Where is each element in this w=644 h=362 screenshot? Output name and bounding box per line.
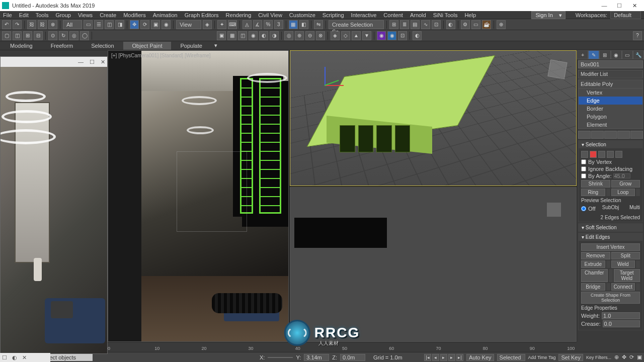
tb2-s[interactable]: ◈ bbox=[331, 31, 340, 40]
material-editor-button[interactable]: ◐ bbox=[446, 20, 455, 29]
grow-button[interactable]: Grow bbox=[611, 180, 640, 188]
menu-sini-tools[interactable]: SiNi Tools bbox=[433, 12, 458, 18]
menu-graph-editors[interactable]: Graph Editors bbox=[185, 12, 219, 18]
selection-filter-dropdown[interactable]: All bbox=[63, 20, 82, 29]
stack-vertex[interactable]: Vertex bbox=[579, 88, 642, 97]
subobj-vertex-icon[interactable] bbox=[581, 151, 588, 158]
tb2-q[interactable]: ⊖ bbox=[305, 31, 314, 40]
tb2-c[interactable]: ⊞ bbox=[23, 31, 32, 40]
menu-group[interactable]: Group bbox=[55, 12, 71, 18]
menu-scripting[interactable]: Scripting bbox=[323, 12, 344, 18]
modifier-list-dropdown[interactable]: Modifier List bbox=[578, 70, 643, 78]
configure-sets-icon[interactable] bbox=[630, 131, 643, 139]
tab-motion-icon[interactable]: ◉ bbox=[611, 50, 622, 59]
aec-button[interactable]: ⊕ bbox=[497, 20, 506, 29]
viewcube-front-icon[interactable] bbox=[547, 203, 561, 217]
ring-button[interactable]: Ring bbox=[581, 189, 605, 196]
ribbon-expand-icon[interactable]: ▾ bbox=[211, 41, 220, 50]
ribbon-object-paint[interactable]: Object Paint bbox=[123, 42, 172, 50]
tb2-z[interactable]: ◐ bbox=[413, 31, 422, 40]
create-selection-set-dropdown[interactable]: Create Selection Se bbox=[329, 20, 384, 29]
snap-button[interactable]: ◬ bbox=[243, 20, 252, 29]
tb2-x[interactable]: ◉ bbox=[387, 31, 396, 40]
signin-dropdown[interactable]: Sign In bbox=[531, 11, 566, 19]
layers-button[interactable]: ≣ bbox=[400, 20, 409, 29]
object-name-field[interactable]: Box001 bbox=[578, 60, 643, 68]
tab-utilities-icon[interactable]: 🔧 bbox=[633, 50, 644, 59]
tb2-i[interactable]: ▣ bbox=[217, 31, 226, 40]
reference-image-window[interactable]: — ☐ ✕ bbox=[0, 56, 108, 354]
named-sel-button[interactable]: ◧ bbox=[299, 20, 308, 29]
split-button[interactable]: Split bbox=[611, 252, 640, 259]
minimize-button[interactable]: — bbox=[597, 1, 612, 10]
viewport-camera-label[interactable]: [+] [PhysCamera001] [Standard] [Wirefram… bbox=[111, 53, 211, 58]
redo-button[interactable]: ↷ bbox=[13, 20, 22, 29]
float-minimize-icon[interactable]: — bbox=[78, 59, 84, 65]
tab-hierarchy-icon[interactable]: ⊞ bbox=[599, 50, 610, 59]
float-maximize-icon[interactable]: ☐ bbox=[90, 59, 95, 65]
menu-rendering[interactable]: Rendering bbox=[226, 12, 252, 18]
subobj-polygon-icon[interactable] bbox=[607, 151, 614, 158]
autokey-button[interactable]: Auto Key bbox=[466, 354, 494, 361]
ignore-backfacing-checkbox[interactable]: Ignore Backfacing bbox=[581, 166, 640, 172]
toggle-ribbon-button[interactable]: ▤ bbox=[411, 20, 420, 29]
menu-civil-view[interactable]: Civil View bbox=[258, 12, 282, 18]
render-button[interactable]: ☕ bbox=[482, 20, 491, 29]
tb2-a[interactable]: ▢ bbox=[2, 31, 11, 40]
make-unique-icon[interactable] bbox=[604, 131, 617, 139]
weld-button[interactable]: Weld bbox=[611, 260, 635, 268]
preview-off-radio[interactable] bbox=[581, 206, 586, 211]
angle-snap-button[interactable]: ∡ bbox=[253, 20, 262, 29]
prev-frame-button[interactable]: ◂ bbox=[432, 354, 439, 361]
stack-polygon[interactable]: Polygon bbox=[579, 113, 642, 121]
ribbon-selection[interactable]: Selection bbox=[82, 42, 123, 50]
stack-border[interactable]: Border bbox=[579, 105, 642, 113]
nav-max-icon[interactable]: ▣ bbox=[637, 354, 642, 360]
scale-button[interactable]: ▣ bbox=[151, 20, 160, 29]
tb2-n[interactable]: ◑ bbox=[270, 31, 279, 40]
window-crossing-button[interactable]: ◨ bbox=[115, 20, 124, 29]
select-region-button[interactable]: ◫ bbox=[105, 20, 114, 29]
stack-editable-poly[interactable]: Editable Poly bbox=[579, 80, 642, 88]
connect-button[interactable]: Connect bbox=[611, 283, 635, 291]
edit-named-sel-button[interactable]: ▦ bbox=[289, 20, 298, 29]
insert-vertex-button[interactable]: Insert Vertex bbox=[581, 243, 640, 251]
tb2-b[interactable]: ◫ bbox=[13, 31, 22, 40]
float-foot-b[interactable]: ◐ bbox=[12, 354, 17, 361]
menu-modifiers[interactable]: Modifiers bbox=[123, 12, 146, 18]
next-frame-button[interactable]: ▸ bbox=[448, 354, 455, 361]
remove-mod-icon[interactable] bbox=[617, 131, 630, 139]
weight-field[interactable] bbox=[602, 312, 640, 319]
tb2-w[interactable]: ◉ bbox=[377, 31, 386, 40]
float-close-icon[interactable]: ✕ bbox=[101, 59, 105, 65]
bind-button[interactable]: ⊗ bbox=[48, 20, 57, 29]
nav-orbit-icon[interactable]: ⟳ bbox=[629, 354, 634, 360]
rollout-selection-header[interactable]: Selection bbox=[579, 141, 642, 148]
rollout-edit-edges-header[interactable]: Edit Edges bbox=[579, 233, 642, 241]
select-by-name-button[interactable]: ☰ bbox=[94, 20, 103, 29]
goto-start-button[interactable]: |◂ bbox=[424, 354, 431, 361]
menu-customize[interactable]: Customize bbox=[289, 12, 315, 18]
loop-button[interactable]: Loop bbox=[611, 189, 635, 196]
ribbon-freeform[interactable]: Freeform bbox=[42, 42, 83, 50]
viewport-perspective[interactable] bbox=[290, 50, 577, 186]
select-object-button[interactable]: ▭ bbox=[84, 20, 93, 29]
menu-tools[interactable]: Tools bbox=[36, 12, 49, 18]
viewport-front[interactable] bbox=[290, 187, 577, 342]
play-button[interactable]: ▸ bbox=[440, 354, 447, 361]
mirror-button[interactable]: ⇋ bbox=[314, 20, 323, 29]
ref-coord-dropdown[interactable]: View bbox=[176, 20, 201, 29]
tb2-k[interactable]: ◫ bbox=[238, 31, 247, 40]
modifier-stack[interactable]: Editable Poly Vertex Edge Border Polygon… bbox=[578, 79, 643, 129]
transform-gizmo-icon[interactable] bbox=[318, 65, 349, 95]
by-vertex-checkbox[interactable]: By Vertex bbox=[581, 159, 640, 165]
menu-views[interactable]: Views bbox=[78, 12, 93, 18]
stack-element[interactable]: Element bbox=[579, 121, 642, 129]
manipulate-button[interactable]: ✦ bbox=[217, 20, 226, 29]
setkey-button[interactable]: Set Key bbox=[558, 354, 583, 361]
ribbon-modeling[interactable]: Modeling bbox=[1, 42, 42, 50]
show-end-result-icon[interactable] bbox=[591, 131, 604, 139]
key-mode-dropdown[interactable]: Selected bbox=[497, 354, 525, 361]
schematic-button[interactable]: ⊡ bbox=[432, 20, 441, 29]
stack-edge[interactable]: Edge bbox=[579, 97, 642, 105]
